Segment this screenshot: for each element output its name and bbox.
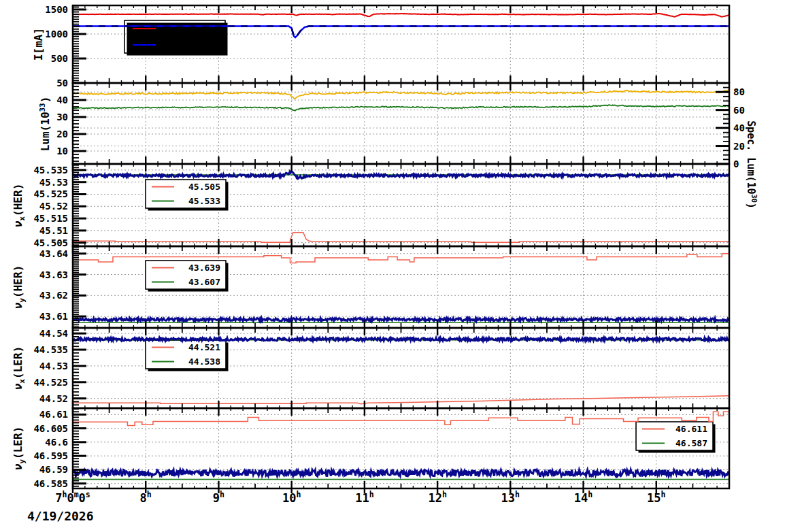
series-nux-ler-set	[73, 396, 729, 404]
panel-nux-ler: 44.52144.53844.5244.52544.5344.53544.54	[33, 328, 729, 408]
legend-nuy-ler: 46.61146.587	[636, 422, 716, 453]
y-tick-label: 45.52	[39, 201, 68, 212]
series-LER-current	[73, 14, 729, 17]
y-tick-label: 45.51	[39, 225, 68, 236]
y-tick-label: 46.59	[39, 464, 68, 475]
panel-nuy-her: 43.63943.60743.6143.6243.6343.64	[39, 246, 729, 328]
y-tick-label: 44.54	[39, 328, 68, 339]
y-tick-label: 44.535	[33, 344, 68, 355]
legend-value: 1160.9	[188, 40, 220, 50]
legend-name: HER	[163, 40, 179, 50]
legend-value: 43.639	[188, 263, 220, 273]
y-tick-label: 46.605	[33, 423, 68, 434]
panel-nuy-ler: 46.61146.58746.58546.5946.59546.646.6054…	[33, 408, 729, 493]
series-nuy-ler-meas	[73, 469, 729, 476]
y-ticks	[73, 248, 86, 327]
y-tick-label: 44.52	[39, 393, 68, 404]
y-ticks	[73, 83, 86, 161]
y-tick-label: 30	[56, 112, 68, 122]
legend-value: 45.533	[188, 196, 220, 206]
y-tick-label: 50	[56, 78, 68, 88]
series-nux-her-meas	[73, 171, 729, 178]
x-ticks	[73, 83, 717, 164]
legend-nux-ler: 44.52144.538	[146, 340, 229, 371]
y-tick-label: 1000	[45, 29, 68, 39]
date-label: 4/19/2026	[27, 509, 94, 523]
y-tick-label: 43.63	[39, 269, 68, 280]
y-tick-label: 10	[56, 146, 68, 156]
y-tick-label: 43.62	[39, 290, 68, 301]
y-tick-label: 45.525	[33, 188, 68, 199]
right-tick-label: 60	[733, 105, 745, 116]
legend-name: LER	[163, 24, 179, 34]
legend-value: 45.505	[188, 182, 220, 192]
y-tick-label: 45.505	[33, 237, 68, 248]
y-tick-label: 46.595	[33, 450, 68, 461]
legend-value: 1361.5	[188, 24, 220, 34]
panel-luminosity: 1020304050020406080	[56, 78, 745, 169]
y-tick-label: 1500	[45, 4, 68, 15]
y-tick-label: 44.53	[39, 361, 68, 371]
legend-value: 43.607	[188, 277, 220, 287]
right-tick-label: 40	[733, 122, 745, 133]
panel-current: LER1361.5HER1160.950010001500	[45, 4, 729, 83]
series-nuy-her-meas	[73, 318, 729, 321]
legend-value: 44.538	[188, 356, 220, 367]
y-ticks	[73, 7, 86, 83]
series-nuy-ler-set	[73, 412, 729, 425]
gridlines	[73, 84, 729, 163]
legend-nuy-her: 43.63943.607	[146, 261, 229, 292]
right-ticks	[716, 83, 729, 164]
y-tick-label: 40	[56, 95, 68, 105]
right-tick-label: 20	[733, 141, 745, 152]
legend-value: 46.611	[675, 424, 707, 434]
series-lum-total	[73, 90, 729, 99]
y-tick-label: 20	[56, 129, 68, 139]
legend-value: 44.521	[188, 342, 220, 352]
beam-monitor-screen: LER1361.5HER1160.95001000150010203040500…	[0, 0, 785, 532]
series-nux-her-set	[73, 233, 729, 243]
legend-nux-her: 45.50545.533	[146, 180, 229, 211]
y-tick-label: 45.535	[33, 165, 68, 176]
y-tick-label: 44.525	[33, 377, 68, 388]
y-tick-label: 46.6	[45, 437, 68, 448]
panel-frame	[73, 83, 729, 164]
y-tick-label: 46.585	[33, 478, 68, 489]
y-tick-label: 43.61	[39, 311, 68, 322]
y-ticks	[73, 330, 86, 408]
y-tick-label: 500	[51, 53, 68, 64]
y-tick-label: 45.53	[39, 177, 68, 188]
right-tick-label: 80	[733, 86, 745, 97]
series-group	[73, 412, 729, 479]
right-tick-label: 0	[733, 159, 739, 169]
y-tick-label: 45.515	[33, 213, 68, 224]
y-tick-label: 46.61	[39, 409, 68, 420]
strip-chart: LER1361.5HER1160.95001000150010203040500…	[0, 0, 785, 532]
panel-nux-her: 45.50545.53345.50545.5145.51545.5245.525…	[33, 164, 729, 248]
y-tick-label: 43.64	[39, 248, 68, 259]
legend-value: 46.587	[675, 438, 707, 448]
